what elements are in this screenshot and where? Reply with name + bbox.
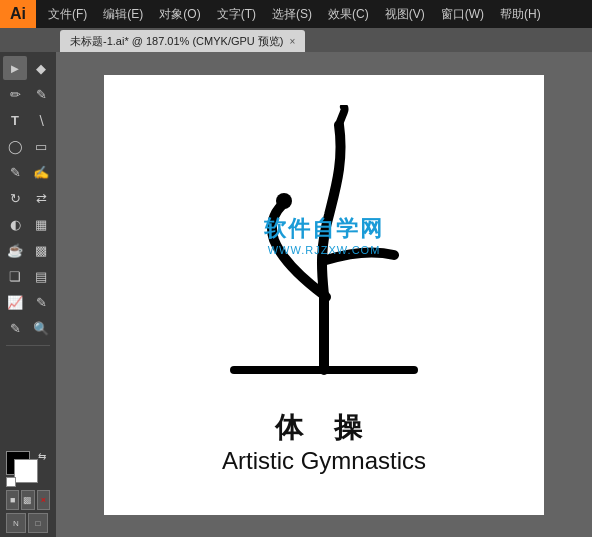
tool-row-brush: ✎ ✍ [0,160,56,184]
tool-row-zoom: ✎ 🔍 [0,316,56,340]
pencil-tool[interactable]: ✍ [29,160,53,184]
menu-view[interactable]: 视图(V) [377,0,433,28]
reset-colors-icon[interactable] [6,477,16,487]
tool-row-pen: ✏ ✎ [0,82,56,106]
eyedropper-tool[interactable]: 📈 [3,290,27,314]
selection-tool[interactable]: ► [3,56,27,80]
menu-effect[interactable]: 效果(C) [320,0,377,28]
color-area: ⇆ ■ ▩ × N □ [0,445,56,537]
color-btn[interactable]: ■ [6,490,19,510]
paintbrush-tool[interactable]: ✎ [3,160,27,184]
tab-close-button[interactable]: × [290,36,296,47]
add-anchor-tool[interactable]: ✎ [29,82,53,106]
free-transform-tool[interactable]: ▦ [29,212,53,236]
type-tool[interactable]: T [3,108,27,132]
menu-edit[interactable]: 编辑(E) [95,0,151,28]
tool-row-blend: ☕ ▩ [0,238,56,262]
tool-row-eyedropper: 📈 ✎ [0,290,56,314]
tool-row-select: ► ◆ [0,56,56,80]
swap-colors-icon[interactable]: ⇆ [38,451,50,463]
full-screen-btn[interactable]: □ [28,513,48,533]
pen-tool[interactable]: ✏ [3,82,27,106]
gradient-tool[interactable]: ▤ [29,264,53,288]
toolbar-separator [6,345,50,346]
tool-row-rotate: ↻ ⇄ [0,186,56,210]
symbol-sprayer-tool[interactable]: ☕ [3,238,27,262]
english-sport-label: Artistic Gymnastics [222,447,426,475]
tool-row-mesh: ❏ ▤ [0,264,56,288]
tool-row-type: T ∖ [0,108,56,132]
ellipse-tool[interactable]: ◯ [3,134,27,158]
svg-point-2 [276,193,292,209]
color-swatches: ⇆ [6,451,50,487]
direct-selection-tool[interactable]: ◆ [29,56,53,80]
zoom-tool[interactable]: 🔍 [29,316,53,340]
none-btn[interactable]: × [37,490,50,510]
extra-tools-row: ■ ▩ × [6,490,50,510]
text-labels: 体 操 Artistic Gymnastics [222,409,426,475]
menu-text[interactable]: 文字(T) [209,0,264,28]
stroke-color-swatch[interactable] [14,459,38,483]
menu-file[interactable]: 文件(F) [40,0,95,28]
canvas-area: 软件自学网 WWW.RJZXW.COM [56,52,592,537]
tab-bar: 未标题-1.ai* @ 187.01% (CMYK/GPU 预览) × [0,28,592,52]
warp-tool[interactable]: ◐ [3,212,27,236]
app-logo: Ai [0,0,36,28]
toolbar: ► ◆ ✏ ✎ T ∖ ◯ ▭ ✎ ✍ ↻ ⇄ ◐ ▦ [0,52,56,537]
menu-bar: 文件(F) 编辑(E) 对象(O) 文字(T) 选择(S) 效果(C) 视图(V… [36,0,592,28]
line-segment-tool[interactable]: ∖ [29,108,53,132]
artboard: 软件自学网 WWW.RJZXW.COM [104,75,544,515]
tool-row-warp: ◐ ▦ [0,212,56,236]
column-graph-tool[interactable]: ▩ [29,238,53,262]
rotate-tool[interactable]: ↻ [3,186,27,210]
title-bar: Ai 文件(F) 编辑(E) 对象(O) 文字(T) 选择(S) 效果(C) 视… [0,0,592,28]
chinese-sport-label: 体 操 [222,409,426,447]
main-area: ► ◆ ✏ ✎ T ∖ ◯ ▭ ✎ ✍ ↻ ⇄ ◐ ▦ [0,52,592,537]
measure-tool[interactable]: ✎ [29,290,53,314]
svg-point-3 [321,292,331,302]
mode-tools-row: N □ [6,513,50,533]
hand-tool[interactable]: ✎ [3,316,27,340]
menu-object[interactable]: 对象(O) [151,0,208,28]
menu-window[interactable]: 窗口(W) [433,0,492,28]
tool-row-shape: ◯ ▭ [0,134,56,158]
menu-help[interactable]: 帮助(H) [492,0,549,28]
normal-mode-btn[interactable]: N [6,513,26,533]
gradient-btn[interactable]: ▩ [21,490,34,510]
reflect-tool[interactable]: ⇄ [29,186,53,210]
tab-label: 未标题-1.ai* @ 187.01% (CMYK/GPU 预览) [70,34,284,49]
mesh-tool[interactable]: ❏ [3,264,27,288]
document-tab[interactable]: 未标题-1.ai* @ 187.01% (CMYK/GPU 预览) × [60,30,305,52]
menu-select[interactable]: 选择(S) [264,0,320,28]
gymnastics-figure [174,105,474,419]
rectangle-tool[interactable]: ▭ [29,134,53,158]
